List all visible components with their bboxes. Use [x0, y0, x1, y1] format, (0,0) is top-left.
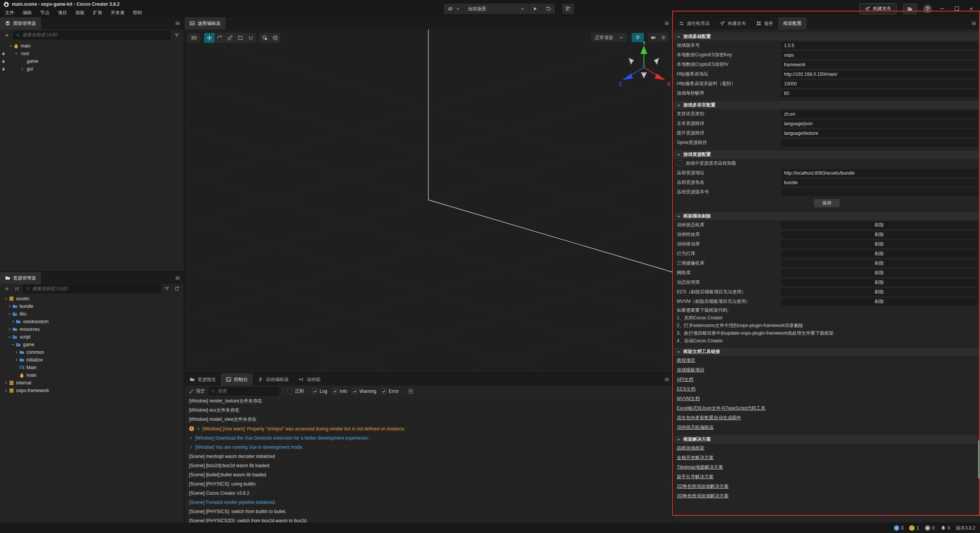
console-log-row[interactable]: [Window] model_view文件夹存在: [185, 415, 673, 424]
chevron-right-icon[interactable]: [7, 304, 12, 308]
tree-row-game[interactable]: game: [0, 57, 184, 65]
config-input[interactable]: 60: [781, 90, 978, 97]
maximize-button[interactable]: [952, 5, 961, 13]
move-tool-button[interactable]: [204, 33, 214, 43]
console-log-row[interactable]: [Scene] [PHYSICS]: switch from builtin t…: [185, 507, 673, 516]
doc-link[interactable]: Excel格式转Json文件与TypeScript代码工具: [677, 405, 765, 412]
rect-tool-button[interactable]: [235, 33, 245, 43]
help-button[interactable]: ?: [923, 5, 932, 13]
render-mode-select[interactable]: 正常渲染: [591, 33, 627, 42]
chevron-right-icon[interactable]: [7, 327, 12, 331]
menu-item-项目[interactable]: 项目: [54, 10, 71, 16]
doc-link[interactable]: 游戏模板项目: [677, 367, 704, 373]
doc-link[interactable]: ECS文档: [677, 386, 696, 392]
tree-row-Main[interactable]: TSMain: [0, 364, 184, 371]
play-button[interactable]: [529, 3, 542, 14]
chevron-right-icon[interactable]: [13, 350, 19, 354]
menu-item-开发者[interactable]: 开发者: [106, 10, 129, 16]
console-log-row[interactable]: [Scene] [PHYSICS]: using builtin.: [185, 479, 673, 489]
inspector-tab-服务[interactable]: 服务: [751, 17, 778, 29]
panel-menu-icon[interactable]: [175, 21, 180, 26]
console-log-row[interactable]: [Scene] [box2d]:box2d wasm lib loaded.: [185, 461, 673, 470]
axis-z-label[interactable]: Z: [619, 81, 622, 87]
console-log-row[interactable]: [Scene] Forward render pipeline initiali…: [185, 498, 673, 507]
doc-link[interactable]: 原生包热更新配置自动生成插件: [677, 415, 741, 421]
remove-module-button[interactable]: 剔除: [781, 260, 978, 267]
chevron-down-icon[interactable]: [3, 297, 9, 301]
inspector-tab-属性检查器[interactable]: 属性检查器: [674, 17, 715, 29]
filter-button[interactable]: [163, 285, 171, 293]
dimension-toggle-button[interactable]: 3D: [188, 33, 200, 43]
doc-link[interactable]: 3D角色扮演游戏解决方案: [677, 493, 728, 499]
tree-row-main[interactable]: main: [0, 42, 184, 50]
warning-count[interactable]: ! 1: [909, 525, 919, 531]
preview-qr-button[interactable]: [562, 3, 575, 15]
doc-link[interactable]: 新手引导解决方案: [677, 474, 714, 480]
menu-item-扩展[interactable]: 扩展: [89, 10, 106, 16]
axis-gizmo[interactable]: Y Z X: [617, 41, 673, 91]
doc-link[interactable]: MVVM文档: [677, 396, 700, 402]
tab-hierarchy[interactable]: 层级管理器: [0, 17, 41, 29]
tree-row-game[interactable]: game: [0, 341, 184, 348]
preview-target-button[interactable]: [444, 3, 464, 14]
config-input[interactable]: framework: [781, 61, 978, 69]
menu-item-面板[interactable]: 面板: [71, 10, 89, 16]
chevron-right-icon[interactable]: [3, 389, 9, 392]
minimize-button[interactable]: [938, 5, 946, 13]
console-log-row[interactable]: [Scene] [bullet]:bullet wasm lib loaded.: [185, 470, 673, 479]
config-input[interactable]: [781, 188, 978, 196]
console-log-row[interactable]: [Window] Download the Vue Devtools exten…: [185, 433, 673, 443]
remove-module-button[interactable]: 剔除: [781, 279, 978, 286]
chevron-right-icon[interactable]: [13, 358, 19, 362]
error-count[interactable]: × 0: [925, 525, 935, 531]
remove-module-button[interactable]: 剔除: [781, 269, 978, 277]
remove-module-button[interactable]: 剔除: [781, 221, 978, 229]
doc-link[interactable]: API文档: [677, 376, 693, 383]
chevron-down-icon[interactable]: [10, 343, 16, 347]
tree-row-root[interactable]: root: [0, 50, 184, 57]
axis-x-label[interactable]: X: [667, 81, 671, 87]
save-button[interactable]: 保存: [814, 199, 840, 208]
tree-row-seedrandom[interactable]: seedrandom: [0, 318, 184, 325]
rotate-tool-button[interactable]: [214, 33, 225, 43]
remove-module-button[interactable]: 剔除: [781, 250, 978, 258]
assets-search-input[interactable]: 搜索名称或 UUID: [23, 284, 161, 293]
panel-menu-icon[interactable]: [175, 275, 180, 281]
tree-row-bundle[interactable]: bundle: [0, 302, 184, 310]
scene-camera-button[interactable]: [648, 33, 658, 42]
doc-link[interactable]: 全栈开发解决方案: [677, 455, 714, 461]
coordinate-toggle-button[interactable]: [270, 33, 280, 43]
config-input[interactable]: language/texture: [781, 129, 978, 137]
section-header[interactable]: 游戏多语言配置: [674, 101, 980, 109]
config-input[interactable]: [781, 139, 978, 147]
tree-row-script[interactable]: script: [0, 333, 184, 341]
config-input[interactable]: oops: [781, 51, 978, 59]
menu-item-编辑[interactable]: 编辑: [18, 10, 36, 16]
section-header[interactable]: 框架文档工具链接: [674, 348, 980, 356]
config-input[interactable]: http://192.168.0.150/main/: [781, 70, 978, 78]
clear-console-button[interactable]: 清空: [188, 388, 205, 394]
build-publish-button[interactable]: 构建发布: [859, 3, 897, 14]
regex-checkbox[interactable]: 正则: [287, 388, 304, 394]
hierarchy-search-input[interactable]: 搜索名称或 UUID: [13, 31, 171, 39]
console-tab-资源预览[interactable]: 资源预览: [185, 373, 221, 386]
section-header[interactable]: 游戏资源配置: [674, 150, 980, 159]
menu-item-帮助[interactable]: 帮助: [129, 10, 146, 16]
filter-button[interactable]: [173, 31, 181, 39]
sort-assets-button[interactable]: [13, 285, 21, 293]
tab-scene-editor[interactable]: 场景编辑器: [185, 17, 225, 29]
console-log-row[interactable]: [Scene] [PHYSICS2D]: switch from box2d-w…: [185, 516, 673, 523]
console-log-row[interactable]: [Window] render_texture文件夹存在: [185, 397, 673, 406]
chevron-right-icon[interactable]: [19, 67, 25, 71]
tree-row-assets[interactable]: assets: [0, 295, 184, 302]
console-tab-动画编辑器[interactable]: 动画编辑器: [253, 373, 294, 386]
console-log-row[interactable]: [Scene] Cocos Creator v3.8.2: [185, 489, 673, 498]
gizmo-2d-tool-button[interactable]: [245, 33, 256, 43]
console-log-row[interactable]: [Window] ecs文件夹存在: [185, 406, 673, 415]
config-input[interactable]: zh,en: [781, 110, 978, 118]
panel-menu-icon[interactable]: [664, 21, 670, 26]
inspector-tab-构建发布[interactable]: 构建发布: [715, 17, 751, 29]
remove-module-button[interactable]: 剔除: [781, 298, 978, 306]
console-log-row[interactable]: [Scene] meshopt wasm decoder initialized: [185, 452, 673, 461]
panel-menu-icon[interactable]: [664, 377, 670, 382]
